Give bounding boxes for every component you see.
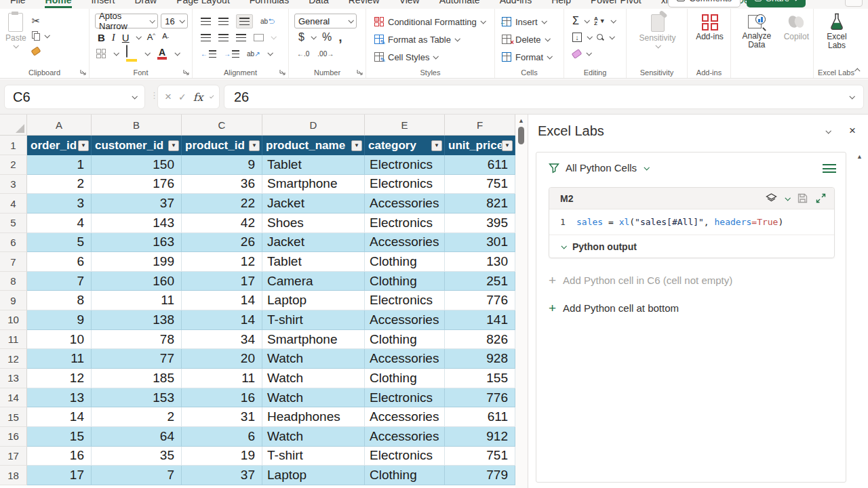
- conditional-formatting-button[interactable]: Conditional Formatting: [374, 13, 490, 30]
- comma-style-button[interactable]: ,: [338, 30, 342, 45]
- cell[interactable]: Accessories: [365, 407, 445, 427]
- cell[interactable]: 912: [445, 427, 515, 447]
- cell[interactable]: 14: [182, 291, 262, 310]
- cell[interactable]: Accessories: [365, 233, 445, 253]
- cell[interactable]: 150: [92, 155, 182, 175]
- cell[interactable]: 779: [445, 466, 515, 485]
- cell[interactable]: 821: [445, 194, 515, 214]
- cell[interactable]: Clothing: [365, 330, 445, 350]
- cell[interactable]: Electronics: [365, 155, 445, 175]
- cell[interactable]: Accessories: [365, 310, 445, 330]
- fill-button[interactable]: ↓: [572, 33, 582, 42]
- expand-formula-bar-icon[interactable]: [849, 94, 854, 99]
- cell[interactable]: 8: [27, 291, 92, 310]
- column-header-A[interactable]: A: [27, 115, 92, 135]
- cell[interactable]: Watch: [262, 427, 365, 447]
- cell[interactable]: Electronics: [365, 291, 445, 310]
- cell[interactable]: 163: [92, 233, 182, 253]
- comments-button[interactable]: Comments: [668, 0, 741, 7]
- pane-close-icon[interactable]: ×: [849, 124, 856, 138]
- increase-indent-button[interactable]: →: [224, 50, 239, 58]
- menu-tab-draw[interactable]: Draw: [134, 0, 157, 8]
- chevron-down-icon[interactable]: [267, 50, 273, 56]
- cell[interactable]: 776: [445, 388, 515, 408]
- cell[interactable]: Electronics: [365, 447, 445, 466]
- row-header[interactable]: 4: [0, 194, 27, 214]
- cell[interactable]: Laptop: [262, 466, 365, 485]
- cell[interactable]: 6: [182, 427, 262, 447]
- cell-styles-button[interactable]: ✎ Cell Styles: [374, 48, 490, 66]
- menu-tab-power-pivot[interactable]: Power Pivot: [590, 0, 642, 8]
- cell[interactable]: 20: [182, 349, 262, 369]
- row-header[interactable]: 13: [0, 369, 27, 388]
- cell[interactable]: 4: [27, 214, 92, 233]
- cell[interactable]: Electronics: [365, 214, 445, 233]
- align-top-button[interactable]: [201, 18, 211, 25]
- cell[interactable]: Electronics: [365, 388, 445, 408]
- decrease-decimal-button[interactable]: .00→: [317, 50, 334, 58]
- row-header[interactable]: 8: [0, 272, 27, 291]
- table-header-category[interactable]: category▼: [365, 136, 445, 155]
- layers-icon[interactable]: [766, 193, 777, 203]
- cell[interactable]: 928: [445, 349, 515, 369]
- cell[interactable]: T-shirt: [262, 447, 365, 466]
- bold-button[interactable]: B: [98, 32, 105, 43]
- formula-input[interactable]: 26: [224, 85, 864, 109]
- chevron-down-icon[interactable]: [311, 34, 316, 39]
- cell[interactable]: 36: [182, 175, 262, 195]
- cell[interactable]: Smartphone: [262, 330, 365, 350]
- column-header-F[interactable]: F: [445, 115, 515, 135]
- orientation-button[interactable]: ab↗: [247, 50, 260, 58]
- chevron-down-icon[interactable]: [136, 34, 141, 39]
- cell[interactable]: T-shirt: [262, 310, 365, 330]
- cell[interactable]: 12: [27, 369, 92, 388]
- cell[interactable]: 130: [445, 252, 515, 272]
- cell[interactable]: Camera: [262, 272, 365, 291]
- cell[interactable]: Clothing: [365, 272, 445, 291]
- insert-cells-button[interactable]: ← Insert: [502, 13, 559, 30]
- cell[interactable]: 26: [182, 233, 262, 253]
- cell[interactable]: 2: [27, 175, 92, 195]
- cell[interactable]: Clothing: [365, 252, 445, 272]
- delete-cells-button[interactable]: × Delete: [502, 30, 559, 48]
- cell[interactable]: 141: [445, 310, 515, 330]
- cell[interactable]: 15: [27, 427, 92, 447]
- enter-icon[interactable]: ✓: [178, 92, 186, 102]
- row-header[interactable]: 3: [0, 175, 27, 195]
- cell[interactable]: 751: [445, 447, 515, 466]
- menu-tab-view[interactable]: View: [399, 0, 420, 8]
- cell[interactable]: 22: [182, 194, 262, 214]
- cell[interactable]: Accessories: [365, 427, 445, 447]
- menu-tab-formulas[interactable]: Formulas: [249, 0, 290, 8]
- percent-style-button[interactable]: %: [322, 31, 332, 43]
- cell[interactable]: 776: [445, 291, 515, 310]
- cell[interactable]: 17: [182, 272, 262, 291]
- cell[interactable]: 143: [92, 214, 182, 233]
- cell[interactable]: Accessories: [365, 349, 445, 369]
- cell[interactable]: Accessories: [365, 194, 445, 214]
- cell[interactable]: 11: [182, 369, 262, 388]
- cell[interactable]: 176: [92, 175, 182, 195]
- accounting-format-button[interactable]: $: [298, 31, 304, 43]
- cell[interactable]: 17: [27, 466, 92, 485]
- menu-tab-review[interactable]: Review: [348, 0, 380, 8]
- menu-tab-page-layout[interactable]: Page Layout: [176, 0, 231, 8]
- cell[interactable]: 7: [92, 466, 182, 485]
- cell[interactable]: 826: [445, 330, 515, 350]
- font-color-button[interactable]: A: [157, 48, 167, 60]
- cell[interactable]: Watch: [262, 349, 365, 369]
- table-header-unit_price[interactable]: unit_price▼: [445, 136, 515, 155]
- shrink-font-button[interactable]: Aˇ: [162, 32, 169, 42]
- row-header[interactable]: 6: [0, 233, 27, 253]
- format-painter-button[interactable]: [32, 44, 49, 58]
- cell[interactable]: Jacket: [262, 233, 365, 253]
- filter-button[interactable]: ▼: [78, 140, 89, 151]
- share-button[interactable]: Share: [747, 0, 806, 7]
- cell[interactable]: 34: [182, 330, 262, 350]
- number-format-combo[interactable]: General: [294, 14, 357, 28]
- select-all-button[interactable]: [0, 115, 27, 135]
- italic-button[interactable]: I: [112, 32, 115, 43]
- chevron-down-icon[interactable]: [144, 50, 150, 56]
- cell[interactable]: 14: [182, 310, 262, 330]
- cell[interactable]: 9: [27, 310, 92, 330]
